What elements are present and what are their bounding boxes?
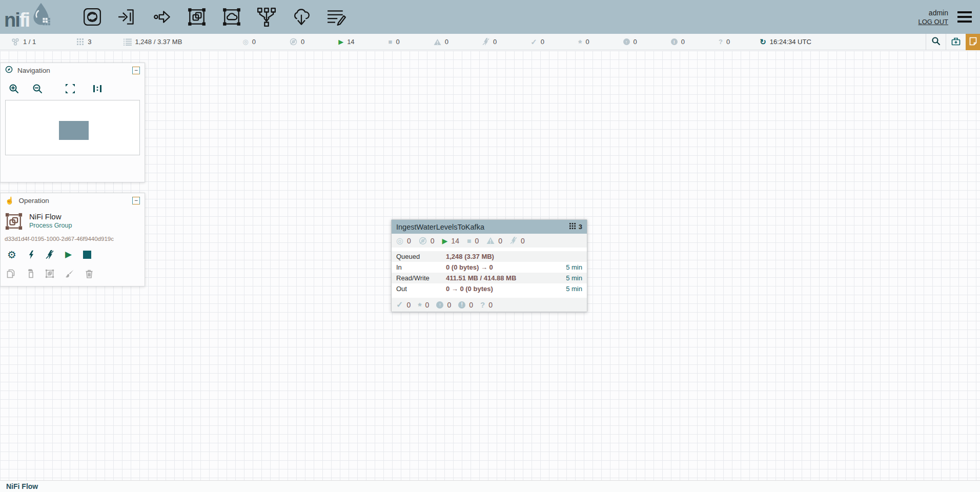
status-locally-modified-stale: ! 0 [671,38,685,46]
stat-label: Read/Write [396,274,446,282]
stat-label: Out [396,285,446,293]
copy-button[interactable] [6,269,15,278]
collapse-navigation-button[interactable]: − [132,67,140,74]
running-count: 14 [347,38,354,46]
bulletin-note-icon [969,37,977,47]
status-invalid: 0 [434,38,448,46]
pg-stale: ↑ 0 [436,301,451,309]
stat-value: 1,248 (3.37 MB) [446,253,582,260]
logo-text-fi: fi [19,11,29,29]
status-bar-actions [926,34,980,50]
process-group-component[interactable]: IngestWaterLevelsToKafka 3 ◎ 0 [391,219,587,312]
process-group-version-row: ✓ 0 * 0 ↑ 0 ! 0 ? 0 [392,298,587,312]
start-button[interactable]: ▶ [65,249,72,260]
refresh-icon[interactable]: ↻ [760,37,766,47]
invalid-count: 0 [445,38,448,46]
transmitting-icon: ◎ [242,38,248,46]
stat-window: 5 min [566,274,582,282]
locally-modified-stale-icon: ! [458,301,465,309]
stopped-count: 0 [396,38,399,46]
zoom-out-icon[interactable] [32,84,43,94]
breadcrumb-bar: NiFi Flow [0,480,980,492]
queued-list-icon [124,38,132,46]
pg-running: ▶ 14 [442,237,459,245]
pg-stale-count: 0 [447,301,451,309]
cluster-icon [11,38,19,46]
delete-button[interactable] [85,269,93,278]
stat-label: In [396,263,446,271]
breadcrumb-current[interactable]: NiFi Flow [6,482,38,490]
global-menu-icon[interactable] [957,9,972,25]
toolbox-icon [951,37,961,47]
process-group-name: IngestWaterLevelsToKafka [396,223,569,231]
pg-not-transmitting-count: 0 [431,237,435,245]
status-running: ▶ 14 [338,38,354,46]
enable-button[interactable] [28,250,34,259]
running-icon: ▶ [442,237,448,245]
zoom-fit-icon[interactable] [65,84,75,94]
minimap-footer [1,155,145,182]
stat-label: Queued [396,253,446,260]
pg-locally-modified-stale: ! 0 [458,301,473,309]
last-refresh-time: 16:24:34 UTC [770,38,811,46]
group-button[interactable] [45,269,54,278]
remote-process-group-icon[interactable] [221,6,242,28]
logout-link[interactable]: LOG OUT [918,17,948,26]
pg-locally-modified: * 0 [418,301,429,309]
search-button[interactable] [926,34,946,50]
zoom-in-icon[interactable] [9,84,19,94]
active-threads-count: 3 [88,38,91,46]
transmitting-count: 0 [252,38,256,46]
status-last-refresh: ↻ 16:24:34 UTC [760,37,811,47]
pg-disabled: 0 [510,237,525,245]
status-sync-failure: ? 0 [719,38,730,46]
selected-component-name: NiFi Flow [29,212,72,221]
app-header: nifi [0,0,980,34]
stopped-icon: ■ [389,38,393,46]
configure-button[interactable]: ⚙ [7,250,16,259]
settings-button[interactable] [946,34,966,50]
template-icon[interactable] [291,6,312,28]
navigation-toolbar [1,77,145,99]
navigation-panel-title: Navigation [17,67,50,74]
status-up-to-date: ✓ 0 [530,37,544,47]
input-port-icon[interactable] [116,6,138,28]
pg-locally-modified-stale-count: 0 [469,301,473,309]
sync-failure-icon: ? [480,300,485,309]
funnel-icon[interactable] [256,6,277,28]
navigation-panel-header: Navigation − [1,63,145,77]
zoom-actual-size-icon[interactable] [93,84,102,94]
pg-disabled-count: 0 [521,237,525,245]
label-icon[interactable] [325,6,347,28]
stop-button[interactable] [83,251,91,259]
paste-button[interactable] [26,269,34,278]
status-queued: 1,248 / 3.37 MB [124,38,182,46]
output-port-icon[interactable] [151,6,173,28]
operation-buttons-secondary [1,260,145,278]
color-brush-button[interactable] [65,269,74,278]
disable-button[interactable] [46,250,54,259]
stat-window: 5 min [566,285,582,293]
bulletin-board-button[interactable] [966,34,980,50]
stale-count: 0 [634,38,637,46]
pg-sync-failure-count: 0 [488,301,493,309]
nifi-logo: nifi [0,2,55,32]
collapse-operation-button[interactable]: − [132,197,140,204]
pg-transmitting-count: 0 [407,237,411,245]
search-icon [931,36,941,47]
stat-value: 0 (0 bytes) → 0 [446,263,566,271]
locally-modified-stale-count: 0 [681,38,685,46]
stat-value: 411.51 MB / 414.88 MB [446,274,566,282]
disabled-icon [510,237,517,244]
processor-icon[interactable] [81,6,103,28]
operation-panel-header: ☝ Operation − [1,193,145,208]
account-block: admin LOG OUT [918,8,948,26]
global-status-bar: 1 / 1 3 1,248 / 3.37 MB [0,34,980,50]
birdseye-minimap[interactable] [5,100,140,155]
minimap-component-rect[interactable] [59,121,89,140]
threads-grid-icon [77,38,84,46]
operation-panel: ☝ Operation − NiFi Flow Process [0,193,145,286]
pg-up-to-date-count: 0 [406,301,411,309]
pg-stat-row-queued: Queued 1,248 (3.37 MB) [392,251,587,262]
process-group-icon[interactable] [186,6,208,28]
